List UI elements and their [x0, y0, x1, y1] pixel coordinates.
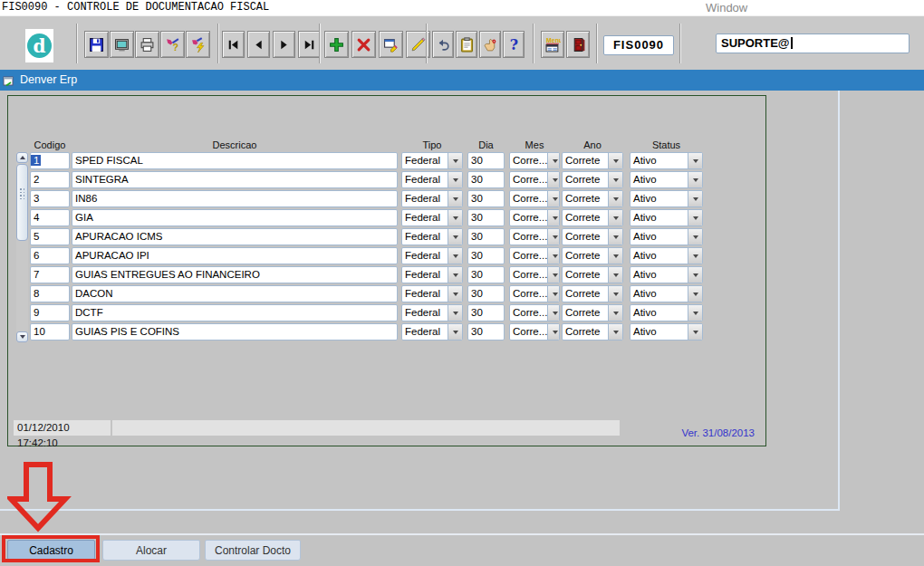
dropdown-button[interactable] — [448, 305, 462, 321]
dia-field[interactable]: 30 — [467, 285, 505, 302]
mes-select[interactable]: Corre... — [509, 190, 560, 207]
analyze-help-button[interactable]: ? — [160, 31, 185, 58]
dropdown-button[interactable] — [688, 210, 702, 225]
status-select[interactable]: Ativo — [630, 323, 703, 341]
dropdown-button[interactable] — [688, 267, 702, 283]
tipo-select[interactable]: Federal — [401, 228, 463, 245]
scrollbar-thumb[interactable] — [16, 164, 28, 241]
codigo-field[interactable]: 9 — [30, 304, 70, 321]
descricao-field[interactable]: GIA — [72, 209, 398, 226]
status-select[interactable]: Ativo — [630, 266, 703, 283]
dropdown-button[interactable] — [547, 191, 560, 206]
dropdown-button[interactable] — [608, 324, 622, 340]
dropdown-button[interactable] — [608, 286, 622, 302]
dropdown-button[interactable] — [688, 324, 702, 340]
tab-controlar-docto[interactable]: Controlar Docto — [205, 540, 301, 561]
tipo-select[interactable]: Federal — [401, 152, 463, 169]
dia-field[interactable]: 30 — [467, 209, 505, 226]
program-code-field[interactable]: FIS0090 — [603, 35, 674, 55]
ano-select[interactable]: Correte — [562, 152, 623, 169]
ano-select[interactable]: Correte — [562, 266, 623, 283]
dropdown-button[interactable] — [448, 210, 462, 225]
ano-select[interactable]: Correte — [562, 190, 623, 207]
mes-select[interactable]: Corre... — [509, 304, 560, 321]
descricao-field[interactable]: APURACAO IPI — [72, 247, 398, 264]
analyze-execute-button[interactable] — [186, 31, 210, 58]
scroll-up-button[interactable] — [16, 152, 28, 163]
help-button[interactable]: ? — [503, 31, 525, 58]
tipo-select[interactable]: Federal — [401, 323, 463, 341]
dia-field[interactable]: 30 — [467, 190, 505, 207]
tipo-select[interactable]: Federal — [401, 266, 463, 283]
display-button[interactable] — [110, 31, 134, 58]
next-record-button[interactable] — [273, 31, 295, 58]
dropdown-button[interactable] — [547, 172, 560, 187]
dia-field[interactable]: 30 — [467, 304, 505, 321]
last-record-button[interactable] — [298, 31, 321, 58]
undo-button[interactable] — [432, 31, 454, 58]
ano-select[interactable]: Correte — [562, 285, 623, 302]
descricao-field[interactable]: GUIAS ENTREGUES AO FINANCEIRO — [72, 266, 398, 283]
tipo-select[interactable]: Federal — [401, 190, 463, 207]
dropdown-button[interactable] — [608, 191, 622, 206]
mes-select[interactable]: Corre... — [509, 209, 560, 226]
codigo-field[interactable]: 2 — [30, 171, 70, 188]
record-scrollbar[interactable] — [16, 152, 28, 342]
dropdown-button[interactable] — [608, 172, 622, 187]
dropdown-button[interactable] — [688, 153, 702, 168]
descricao-field[interactable]: DCTF — [72, 304, 398, 321]
descricao-field[interactable]: DACON — [72, 285, 398, 302]
dropdown-button[interactable] — [608, 229, 622, 245]
tipo-select[interactable]: Federal — [401, 171, 463, 188]
edit-record-button[interactable] — [379, 31, 403, 58]
codigo-field[interactable]: 1 — [30, 152, 70, 169]
descricao-field[interactable]: SINTEGRA — [72, 171, 398, 188]
mes-select[interactable]: Corre... — [509, 171, 560, 188]
dropdown-button[interactable] — [688, 248, 702, 264]
dia-field[interactable]: 30 — [467, 266, 505, 283]
descricao-field[interactable]: GUIAS PIS E COFINS — [72, 323, 398, 341]
codigo-field[interactable]: 3 — [30, 190, 70, 207]
tipo-select[interactable]: Federal — [401, 304, 463, 321]
menu-button[interactable]: Menu — [541, 31, 564, 58]
first-record-button[interactable] — [222, 31, 245, 58]
dropdown-button[interactable] — [688, 172, 702, 187]
dropdown-button[interactable] — [547, 153, 560, 168]
status-select[interactable]: Ativo — [630, 247, 703, 264]
codigo-field[interactable]: 4 — [30, 209, 70, 226]
codigo-field[interactable]: 10 — [30, 323, 70, 341]
status-select[interactable]: Ativo — [630, 285, 703, 302]
exit-button[interactable] — [566, 31, 590, 58]
record-lock-button[interactable] — [479, 31, 501, 58]
mes-select[interactable]: Corre... — [509, 285, 560, 302]
status-select[interactable]: Ativo — [630, 190, 703, 207]
ano-select[interactable]: Correte — [562, 171, 623, 188]
delete-record-button[interactable] — [351, 31, 376, 58]
status-select[interactable]: Ativo — [630, 304, 703, 321]
dropdown-button[interactable] — [547, 286, 560, 302]
dia-field[interactable]: 30 — [467, 323, 505, 341]
descricao-field[interactable]: SPED FISCAL — [72, 152, 398, 169]
dropdown-button[interactable] — [448, 229, 462, 245]
dia-field[interactable]: 30 — [467, 247, 505, 264]
dropdown-button[interactable] — [547, 267, 560, 283]
dropdown-button[interactable] — [688, 191, 702, 206]
save-button[interactable] — [84, 31, 109, 58]
dropdown-button[interactable] — [688, 305, 702, 321]
tipo-select[interactable]: Federal — [401, 285, 463, 302]
tab-cadastro[interactable]: Cadastro — [7, 540, 95, 561]
dropdown-button[interactable] — [608, 153, 622, 168]
ano-select[interactable]: Correte — [562, 304, 623, 321]
dropdown-button[interactable] — [547, 248, 560, 264]
tipo-select[interactable]: Federal — [401, 247, 463, 264]
dropdown-button[interactable] — [608, 210, 622, 225]
dropdown-button[interactable] — [608, 267, 622, 283]
menu-item-window[interactable]: Window — [706, 1, 747, 14]
dropdown-button[interactable] — [547, 229, 560, 245]
dropdown-button[interactable] — [688, 286, 702, 302]
dropdown-button[interactable] — [448, 324, 462, 340]
status-select[interactable]: Ativo — [630, 209, 703, 226]
dia-field[interactable]: 30 — [467, 171, 505, 188]
dropdown-button[interactable] — [448, 191, 462, 206]
ano-select[interactable]: Correte — [562, 228, 623, 245]
